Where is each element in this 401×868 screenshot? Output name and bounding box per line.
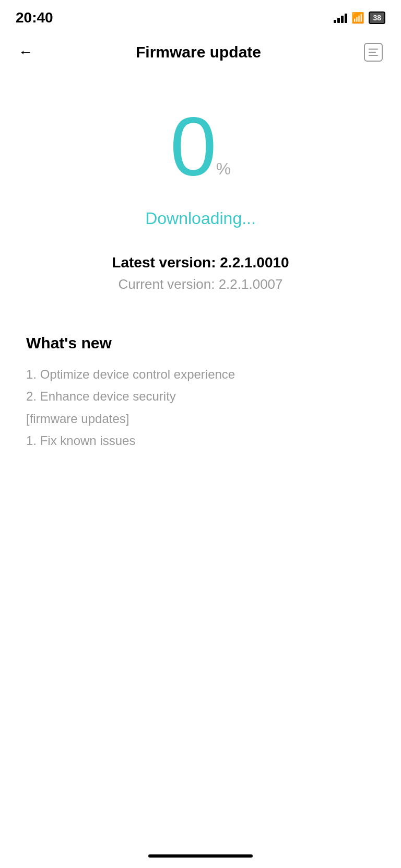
- status-time: 20:40: [16, 9, 53, 26]
- main-content: 0 % Downloading... Latest version: 2.2.1…: [0, 73, 401, 474]
- signal-icon: [334, 13, 347, 23]
- progress-display: 0 %: [170, 104, 231, 188]
- version-info: Latest version: 2.2.1.0010 Current versi…: [112, 254, 289, 292]
- status-icons: 📶 38: [334, 11, 385, 24]
- battery-indicator: 38: [369, 11, 385, 24]
- changelog-item-4: 1. Fix known issues: [26, 431, 375, 451]
- menu-icon: [364, 43, 383, 62]
- menu-button[interactable]: [361, 40, 385, 64]
- whats-new-section: What's new 1. Optimize device control ex…: [21, 334, 380, 453]
- header: ← Firmware update: [0, 31, 401, 73]
- whats-new-title: What's new: [26, 334, 375, 352]
- home-indicator: [148, 854, 253, 858]
- changelog-item-2: 2. Enhance device security: [26, 386, 375, 406]
- page-title: Firmware update: [36, 43, 361, 61]
- status-bar: 20:40 📶 38: [0, 0, 401, 31]
- wifi-icon: 📶: [351, 11, 364, 24]
- progress-value: 0: [170, 104, 214, 188]
- current-version-label: Current version: 2.2.1.0007: [112, 276, 289, 292]
- progress-unit: %: [216, 159, 231, 179]
- changelog-item-1: 1. Optimize device control experience: [26, 365, 375, 384]
- download-status: Downloading...: [145, 209, 256, 228]
- latest-version-label: Latest version: 2.2.1.0010: [112, 254, 289, 271]
- back-button[interactable]: ←: [16, 41, 36, 63]
- back-arrow-icon: ←: [18, 44, 33, 60]
- changelog-item-3: [firmware updates]: [26, 409, 375, 429]
